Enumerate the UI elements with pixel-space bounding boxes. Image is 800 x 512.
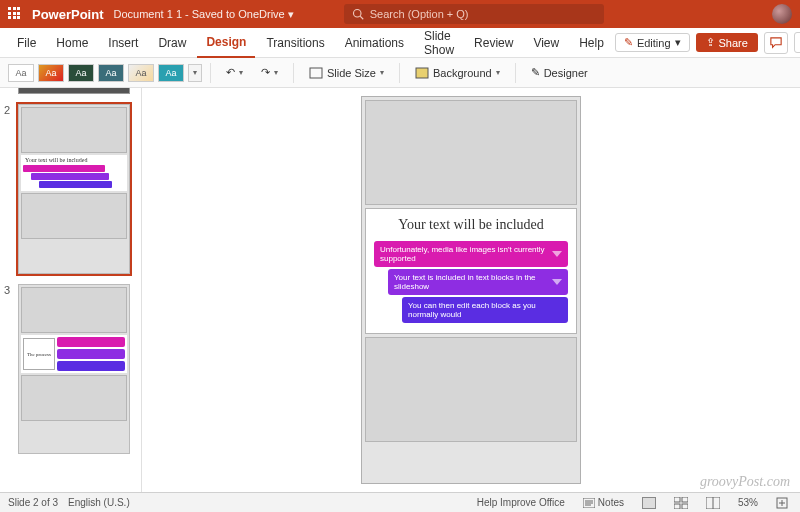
tab-insert[interactable]: Insert — [99, 28, 147, 58]
share-icon: ⇪ — [706, 36, 715, 49]
present-button[interactable]: ▸ Present ▾ — [794, 32, 800, 53]
tab-transitions[interactable]: Transitions — [257, 28, 333, 58]
design-ribbon: Aa Aa Aa Aa Aa Aa ▾ ↶▾ ↷▾ Slide Size ▾ B… — [0, 58, 800, 88]
svg-rect-3 — [416, 68, 428, 78]
title-bar: PowerPoint Document 1 1 - Saved to OneDr… — [0, 0, 800, 28]
thumb-number: 3 — [4, 284, 14, 454]
zoom-level[interactable]: 53% — [734, 497, 762, 508]
user-avatar[interactable] — [772, 4, 792, 24]
arrow-down-icon — [552, 279, 562, 285]
share-button[interactable]: ⇪ Share — [696, 33, 758, 52]
theme-thumbnail[interactable]: Aa — [98, 64, 124, 82]
chevron-down-icon: ▾ — [675, 36, 681, 49]
app-name: PowerPoint — [32, 7, 104, 22]
status-bar: Slide 2 of 3 English (U.S.) Help Improve… — [0, 492, 800, 512]
redo-icon: ↷ — [261, 66, 270, 79]
slide-size-button[interactable]: Slide Size ▾ — [302, 64, 391, 82]
tab-home[interactable]: Home — [47, 28, 97, 58]
document-name[interactable]: Document 1 1 - Saved to OneDrive ▾ — [114, 8, 294, 21]
pencil-icon: ✎ — [624, 36, 633, 49]
menu-bar: File Home Insert Draw Design Transitions… — [0, 28, 800, 58]
designer-button[interactable]: ✎ Designer — [524, 63, 595, 82]
undo-button[interactable]: ↶▾ — [219, 63, 250, 82]
tab-design[interactable]: Design — [197, 28, 255, 58]
editing-label: Editing — [637, 37, 671, 49]
slide-placeholder-top[interactable] — [365, 100, 577, 205]
normal-view-icon — [642, 497, 656, 509]
search-input[interactable]: Search (Option + Q) — [344, 4, 604, 24]
slide-bullet-3[interactable]: You can then edit each block as you norm… — [402, 297, 568, 323]
help-improve-link[interactable]: Help Improve Office — [473, 497, 569, 508]
fit-to-window-button[interactable] — [772, 497, 792, 509]
share-label: Share — [719, 37, 748, 49]
slide-placeholder-bottom[interactable] — [365, 337, 577, 442]
app-launcher-icon[interactable] — [8, 7, 22, 21]
theme-thumbnail[interactable]: Aa — [68, 64, 94, 82]
reading-view-button[interactable] — [702, 497, 724, 509]
comments-button[interactable] — [764, 32, 788, 54]
slide-bullet-2[interactable]: Your text is included in text blocks in … — [388, 269, 568, 295]
tab-slideshow[interactable]: Slide Show — [415, 28, 463, 58]
svg-rect-11 — [682, 504, 688, 509]
theme-thumbnail[interactable]: Aa — [8, 64, 34, 82]
theme-thumbnail[interactable]: Aa — [158, 64, 184, 82]
slide-thumbnail-3[interactable]: The process — [18, 284, 130, 454]
svg-rect-9 — [682, 497, 688, 502]
arrow-down-icon — [552, 251, 562, 257]
slide-title[interactable]: Your text will be included — [374, 217, 568, 233]
background-icon — [415, 67, 429, 79]
thumb-title: Your text will be included — [23, 157, 125, 163]
tab-review[interactable]: Review — [465, 28, 522, 58]
tab-help[interactable]: Help — [570, 28, 613, 58]
thumb3-box-label: The process — [23, 338, 55, 370]
current-slide[interactable]: Your text will be included Unfortunately… — [361, 96, 581, 484]
thumb-number: 2 — [4, 104, 14, 274]
background-label: Background — [433, 67, 492, 79]
comment-icon — [769, 37, 783, 49]
editing-mode-button[interactable]: ✎ Editing ▾ — [615, 33, 690, 52]
svg-rect-10 — [674, 504, 680, 509]
themes-more-button[interactable]: ▾ — [188, 64, 202, 82]
reading-view-icon — [706, 497, 720, 509]
slide-thumbnail-2[interactable]: Your text will be included — [18, 104, 130, 274]
slide-size-icon — [309, 67, 323, 79]
svg-rect-8 — [674, 497, 680, 502]
notes-icon — [583, 498, 595, 508]
search-icon — [352, 8, 364, 20]
slide-thumbnails-panel: 2 Your text will be included 3 The proce… — [0, 88, 142, 492]
sorter-view-icon — [674, 497, 688, 509]
slide-counter[interactable]: Slide 2 of 3 — [8, 497, 58, 508]
svg-rect-2 — [310, 68, 322, 78]
tab-animations[interactable]: Animations — [336, 28, 413, 58]
designer-label: Designer — [544, 67, 588, 79]
slide-content-block[interactable]: Your text will be included Unfortunately… — [365, 208, 577, 334]
theme-thumbnail[interactable]: Aa — [128, 64, 154, 82]
fit-icon — [776, 497, 788, 509]
slide-bullet-1[interactable]: Unfortunately, media like images isn't c… — [374, 241, 568, 267]
designer-icon: ✎ — [531, 66, 540, 79]
sorter-view-button[interactable] — [670, 497, 692, 509]
theme-thumbnail[interactable]: Aa — [38, 64, 64, 82]
background-button[interactable]: Background ▾ — [408, 64, 507, 82]
search-placeholder: Search (Option + Q) — [370, 8, 469, 20]
undo-icon: ↶ — [226, 66, 235, 79]
notes-button[interactable]: Notes — [579, 497, 628, 508]
redo-button[interactable]: ↷▾ — [254, 63, 285, 82]
slide-size-label: Slide Size — [327, 67, 376, 79]
tab-file[interactable]: File — [8, 28, 45, 58]
language-button[interactable]: English (U.S.) — [68, 497, 130, 508]
main-area: 2 Your text will be included 3 The proce… — [0, 88, 800, 492]
svg-line-1 — [360, 16, 363, 19]
tab-draw[interactable]: Draw — [149, 28, 195, 58]
tab-view[interactable]: View — [524, 28, 568, 58]
normal-view-button[interactable] — [638, 497, 660, 509]
svg-point-0 — [353, 10, 361, 18]
slide-canvas[interactable]: Your text will be included Unfortunately… — [142, 88, 800, 492]
